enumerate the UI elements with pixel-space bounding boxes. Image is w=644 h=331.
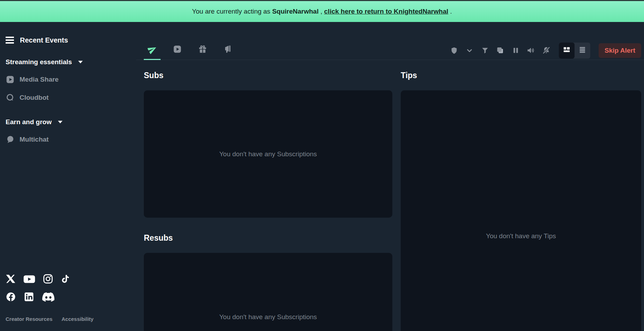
tab-gifts[interactable] [194,41,211,60]
resubs-panel: You don't have any Subscriptions [144,253,392,331]
streamlabs-recent-events-page: You are currently acting as SquireNarwha… [0,0,644,331]
discord-icon[interactable] [42,292,55,302]
chevron-down-icon [58,121,62,123]
accessibility-link[interactable]: Accessibility [61,316,94,322]
banner-separator: , [319,8,324,15]
sidebar-item-cloudbot[interactable]: Cloudbot [6,93,131,102]
acting-as-banner: You are currently acting as SquireNarwha… [0,0,644,22]
pause-icon[interactable] [511,46,520,55]
app-shell: Recent Events Streaming essentials Media… [0,22,644,331]
view-toggle [559,43,590,59]
hamburger-menu-icon[interactable] [6,36,15,44]
right-column: Tips You don't have any Tips [401,60,641,331]
left-column: Subs You don't have any Subscriptions Re… [144,60,392,331]
youtube-icon[interactable] [23,274,35,284]
multichat-icon [6,135,15,144]
filter-icon[interactable] [481,46,489,55]
resubs-heading: Resubs [144,233,392,243]
sidebar-footer: Creator Resources Accessibility [6,316,131,322]
list-view-button[interactable] [575,43,590,59]
toolbar-actions: Skip Alert [450,43,641,59]
copy-icon[interactable] [496,46,504,55]
instagram-icon[interactable] [43,274,53,284]
tips-empty-state: You don't have any Tips [486,232,556,240]
event-type-tabs [144,41,244,60]
play-icon [173,45,182,55]
tab-announcements[interactable] [219,41,236,60]
volume-icon[interactable] [527,46,535,55]
media-share-icon [6,75,15,84]
tab-media[interactable] [169,41,186,60]
card-view-icon [563,46,571,55]
section-label: Streaming essentials [6,58,72,66]
sidebar-header: Recent Events [6,36,131,44]
page-title: Recent Events [20,36,68,44]
x-icon[interactable] [6,274,16,284]
sidebar-item-label: Cloudbot [20,94,49,101]
tiktok-icon[interactable] [61,274,70,284]
subs-panel: You don't have any Subscriptions [144,90,392,218]
skip-alert-button[interactable]: Skip Alert [599,43,641,58]
banner-acting-username: SquireNarwhal [272,8,319,15]
bell-slash-icon[interactable] [542,46,550,55]
creator-resources-link[interactable]: Creator Resources [6,316,52,322]
paper-plane-icon [148,45,157,55]
subs-empty-state: You don't have any Subscriptions [219,150,317,158]
banner-text-suffix: . [448,8,452,15]
return-to-owner-link[interactable]: click here to return to KnightedNarwhal [324,8,449,15]
facebook-icon[interactable] [6,292,16,302]
social-links: Creator Resources Accessibility [6,274,131,322]
events-content: Subs You don't have any Subscriptions Re… [136,60,644,331]
social-row-2 [6,292,131,302]
tips-panel: You don't have any Tips [401,90,641,331]
gift-icon [198,45,207,55]
list-view-icon [578,46,586,55]
banner-text-prefix: You are currently acting as [192,8,272,15]
sidebar: Recent Events Streaming essentials Media… [0,22,136,331]
sidebar-item-multichat[interactable]: Multichat [6,135,131,144]
resubs-empty-state: You don't have any Subscriptions [219,313,317,321]
tab-alerts[interactable] [144,41,161,60]
section-label: Earn and grow [6,118,52,126]
tips-heading: Tips [401,70,641,80]
cloudbot-icon [6,93,15,102]
events-toolbar: Skip Alert [136,41,644,60]
sidebar-section-earn-and-grow[interactable]: Earn and grow [6,118,131,126]
sidebar-item-media-share[interactable]: Media Share [6,75,131,84]
social-row-1 [6,274,131,284]
card-view-button[interactable] [559,43,575,59]
sidebar-section-streaming-essentials[interactable]: Streaming essentials [6,58,131,66]
megaphone-icon [223,45,232,55]
chevron-down-icon [78,61,83,63]
main-area: Skip Alert Subs You don't have any Subsc… [136,22,644,331]
subs-heading: Subs [144,70,392,80]
shield-icon[interactable] [450,46,458,55]
chevron-down-icon[interactable] [465,46,474,55]
linkedin-icon[interactable] [24,292,34,302]
sidebar-item-label: Multichat [20,136,49,143]
sidebar-item-label: Media Share [20,76,59,83]
